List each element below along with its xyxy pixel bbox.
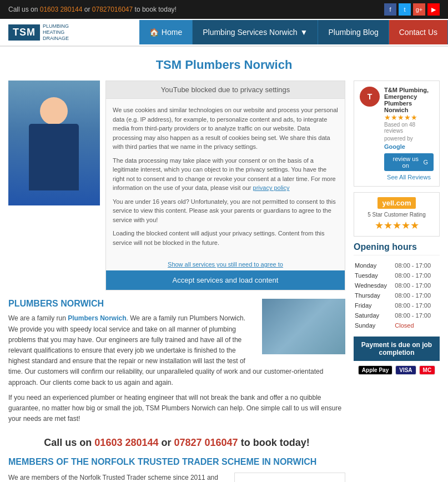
apple-pay-icon: Apple Pay: [358, 365, 392, 375]
main-wrapper: TSM Plumbers Norwich YouTube blocked due…: [0, 47, 448, 482]
norfolk-section: MEMBERS OF THE NORFOLK TRUSTED TRADER SC…: [8, 457, 345, 482]
hours-day: Sunday: [355, 321, 394, 330]
hours-time: 08:00 - 17:00: [395, 281, 439, 290]
youtube-content: We use cookies and similar technologies …: [106, 99, 345, 258]
call-phone2[interactable]: 07827 016047: [174, 437, 238, 448]
home-icon: 🏠: [149, 28, 159, 37]
show-all-link[interactable]: Show all services you still need to agre…: [106, 261, 345, 268]
plumber-image: [8, 81, 100, 205]
star-rating: ★★★★★: [384, 113, 434, 122]
yt-para2: The data processing may take place with …: [113, 156, 338, 193]
powered-by: powered by Google: [384, 134, 434, 150]
social-icons: f t g+ ▶: [384, 3, 440, 16]
nav-home[interactable]: 🏠 Home: [139, 20, 193, 44]
hours-row: Saturday08:00 - 17:00: [355, 311, 439, 320]
hours-day: Wednesday: [355, 281, 394, 290]
person-head: [40, 97, 68, 125]
hours-row: Wednesday08:00 - 17:00: [355, 281, 439, 290]
review-box: T T&M Plumbing, Emergency Plumbers Norwi…: [354, 81, 440, 187]
page-title: TSM Plumbers Norwich: [8, 58, 440, 72]
hours-time: 08:00 - 17:00: [395, 301, 439, 310]
twitter-icon[interactable]: t: [399, 3, 411, 16]
youtube-block: YouTube blocked due to privacy settings …: [105, 81, 345, 290]
content-area: YouTube blocked due to privacy settings …: [8, 81, 440, 482]
hours-time: 08:00 - 17:00: [395, 271, 439, 280]
yell-box: yell.com 5 Star Customer Rating ★★★★★: [354, 192, 440, 237]
norfolk-text: We are members of the Norfolk Trusted Tr…: [8, 473, 226, 482]
hours-table: Monday08:00 - 17:00Tuesday08:00 - 17:00W…: [354, 260, 440, 331]
dropdown-icon: ▼: [300, 28, 308, 37]
googleplus-icon[interactable]: g+: [413, 3, 425, 16]
person-body: [29, 124, 79, 190]
hours-day: Thursday: [355, 291, 394, 300]
logo-text: TSM: [8, 24, 40, 41]
nav-blog[interactable]: Plumbing Blog: [318, 20, 389, 44]
phone2-link[interactable]: 07827016047: [92, 6, 133, 13]
call-text: Call us on: [8, 6, 40, 13]
nav-services[interactable]: Plumbing Services Norwich ▼: [193, 20, 318, 44]
yt-para3: You are under 16 years old? Unfortunatel…: [113, 197, 338, 225]
yell-sub: 5 Star Customer Rating: [359, 212, 435, 218]
yell-stars: ★★★★★: [359, 219, 435, 232]
hours-time: 08:00 - 17:00: [395, 261, 439, 270]
norfolk-title: MEMBERS OF THE NORFOLK TRUSTED TRADER SC…: [8, 457, 345, 467]
nav-contact[interactable]: Contact Us: [389, 20, 448, 44]
norfolk-badge: Norfolk Trusted Trader by Norfolk County…: [234, 473, 345, 482]
top-section: YouTube blocked due to privacy settings …: [8, 81, 345, 290]
hours-day: Monday: [355, 261, 394, 270]
yt-para4: Loading the blocked content will adjust …: [113, 229, 338, 247]
hours-row: Monday08:00 - 17:00: [355, 261, 439, 270]
logo-sub: PLUMBING HEATING DRAINAGE: [43, 23, 69, 41]
call-box: Call us on 01603 280144 or 07827 016047 …: [8, 437, 345, 449]
hours-day: Tuesday: [355, 271, 394, 280]
call-phone1[interactable]: 01603 280144: [94, 437, 158, 448]
reviewer-name: T&M Plumbing, Emergency Plumbers Norwich: [384, 87, 434, 113]
review-count: Based on 48 reviews: [384, 122, 434, 134]
plumbers-para2: If you need an experienced plumber or he…: [8, 393, 345, 425]
visa-icon: VISA: [395, 365, 416, 375]
hours-row: Thursday08:00 - 17:00: [355, 291, 439, 300]
yt-para1: We use cookies and similar technologies …: [113, 106, 338, 152]
nav-bar: TSM PLUMBING HEATING DRAINAGE 🏠 Home Plu…: [0, 19, 448, 47]
mastercard-icon: MC: [419, 365, 436, 375]
accept-btn[interactable]: Accept services and load content: [106, 270, 345, 290]
hours-time: 08:00 - 17:00: [395, 311, 439, 320]
see-all-link[interactable]: See All Reviews: [384, 174, 434, 180]
logo-area: TSM PLUMBING HEATING DRAINAGE: [0, 19, 77, 46]
hours-day: Saturday: [355, 311, 394, 320]
property-photo: [262, 299, 345, 354]
facebook-icon[interactable]: f: [384, 3, 396, 16]
left-content: YouTube blocked due to privacy settings …: [8, 81, 345, 482]
hours-row: Friday08:00 - 17:00: [355, 301, 439, 310]
opening-hours: Opening hours Monday08:00 - 17:00Tuesday…: [354, 242, 440, 331]
hours-day: Friday: [355, 301, 394, 310]
hours-time: 08:00 - 17:00: [395, 291, 439, 300]
phone-sep: or: [82, 6, 92, 13]
book-text: to book today!: [133, 6, 177, 13]
phone1-link[interactable]: 01603 280144: [40, 6, 83, 13]
youtube-header: YouTube blocked due to privacy settings: [106, 81, 345, 99]
review-info: T&M Plumbing, Emergency Plumbers Norwich…: [384, 87, 434, 180]
hours-row: SundayClosed: [355, 321, 439, 330]
call-info: Call us on 01603 280144 or 07827016047 t…: [8, 6, 177, 13]
avatar: T: [360, 87, 380, 107]
hours-time: Closed: [395, 321, 439, 330]
right-sidebar: T T&M Plumbing, Emergency Plumbers Norwi…: [354, 81, 440, 482]
payment-icons: Apple Pay VISA MC: [354, 365, 440, 375]
nav-links: 🏠 Home Plumbing Services Norwich ▼ Plumb…: [139, 20, 448, 44]
plumbers-section: PLUMBERS NORWICH We are a family run Plu…: [8, 299, 345, 429]
review-us-btn[interactable]: review us on G: [384, 153, 434, 171]
norfolk-para1: We are members of the Norfolk Trusted Tr…: [8, 473, 226, 482]
youtube-icon[interactable]: ▶: [427, 3, 440, 16]
google-icon: G: [423, 159, 428, 165]
top-bar: Call us on 01603 280144 or 07827016047 t…: [0, 0, 448, 19]
hours-row: Tuesday08:00 - 17:00: [355, 271, 439, 280]
payment-note: Payment is due on job completion: [354, 337, 440, 361]
privacy-link[interactable]: privacy policy: [253, 184, 290, 191]
yell-logo: yell.com: [377, 197, 415, 209]
opening-title: Opening hours: [354, 242, 440, 255]
norfolk-content: We are members of the Norfolk Trusted Tr…: [8, 473, 345, 482]
